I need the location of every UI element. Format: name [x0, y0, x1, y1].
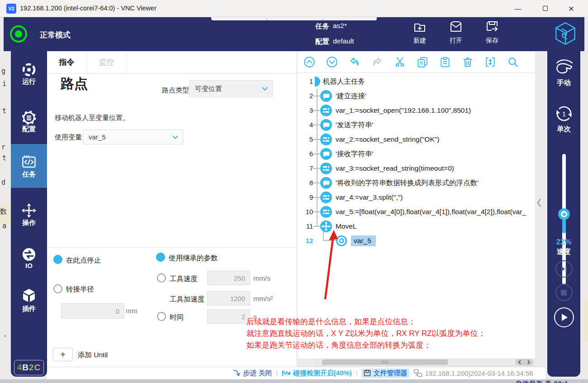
tool-speed-input[interactable]: 250 — [207, 271, 250, 285]
waypoint-type-dropdown[interactable]: 可变位置 — [189, 80, 273, 97]
redo-button[interactable] — [371, 56, 384, 68]
vnc-toolbar-strip[interactable] — [211, 17, 377, 20]
row-number: 11 — [298, 223, 313, 230]
config-value: default — [333, 37, 354, 45]
search-button[interactable] — [507, 56, 519, 68]
move-up-button[interactable] — [303, 56, 316, 68]
tree-row-label: '将收到的字符串数据转换成列表形式的浮点数' — [336, 178, 479, 188]
tree-row[interactable]: 1 机器人主任务 — [298, 74, 535, 89]
tree-row[interactable]: 2 '建立连接' — [298, 89, 535, 103]
add-until-label: 添加 Until — [78, 350, 108, 360]
new-task-button[interactable]: 新建 — [406, 20, 433, 48]
maximize-button[interactable] — [535, 0, 555, 17]
step-forward-icon — [560, 266, 568, 272]
tree-connector — [313, 124, 320, 125]
tree-row selected[interactable]: 12 var_5 — [298, 234, 535, 248]
time-input[interactable]: 2 — [207, 309, 250, 324]
sidebar-item-task-label[interactable]: 任务 — [11, 170, 47, 179]
step-mode-status[interactable]: 步进 关闭 — [233, 369, 272, 378]
task-label: 任务 — [315, 22, 329, 31]
tree-row[interactable]: 8 '将收到的字符串数据转换成列表形式的浮点数' — [298, 176, 535, 190]
tree-row[interactable]: 11 MoveL — [298, 219, 535, 234]
tool-speed-radio[interactable] — [157, 273, 166, 282]
use-variable-dropdown[interactable]: var_5 — [83, 129, 183, 144]
step-button[interactable] — [555, 260, 573, 278]
sidebar-item-io-label[interactable]: IO — [11, 262, 47, 269]
tree-connector — [313, 96, 320, 96]
tree-row[interactable]: 7 var_3:=socket_read_string(timeout=0) — [298, 161, 535, 176]
scroll-right-icon[interactable] — [527, 360, 531, 364]
tool-speed-unit: mm/s — [253, 274, 270, 282]
chevron-down-icon — [172, 133, 178, 141]
background-text-fragment: i — [2, 80, 6, 88]
tree-row[interactable]: 9 var_4:=var_3.split(",") — [298, 190, 535, 205]
undo-button[interactable] — [348, 56, 361, 68]
maximize-icon — [543, 6, 548, 11]
tree-connector — [313, 139, 320, 140]
speed-slider-thumb[interactable] — [558, 208, 570, 220]
manual-mode-label: 手动 — [557, 78, 571, 88]
add-until-button[interactable]: + — [53, 348, 73, 361]
new-file-icon — [413, 20, 427, 35]
sidebar-item-run-label[interactable]: 运行 — [11, 77, 47, 86]
tree-row[interactable]: 3 var_1:=socket_open("192.168.1.100",850… — [298, 103, 535, 118]
row-number: 9 — [298, 194, 313, 201]
move-down-button[interactable] — [326, 56, 338, 68]
tree-row[interactable]: 6 '接收字符串' — [298, 147, 535, 161]
stop-button[interactable] — [555, 284, 573, 301]
minimize-button[interactable]: — — [507, 0, 528, 17]
close-icon: × — [569, 4, 574, 13]
sidebar-item-config-label[interactable]: 配置 — [11, 125, 47, 134]
stop-here-radio[interactable] — [53, 255, 62, 264]
background-text-fragment: d — [1, 178, 5, 187]
cut-button[interactable] — [394, 56, 406, 68]
collision-icon — [282, 369, 291, 377]
mode-label: 正常模式 — [40, 30, 71, 40]
collapse-expand-button[interactable] — [484, 56, 497, 68]
blend-radius-radio[interactable] — [53, 284, 62, 293]
sidebar-item-operate-label[interactable]: 操作 — [11, 219, 47, 227]
tab-command[interactable]: 指令 — [47, 51, 87, 74]
tree-connector — [313, 226, 320, 227]
background-text-fragment: t — [2, 154, 6, 162]
inherit-params-radio[interactable] — [156, 253, 165, 262]
tab-monitor[interactable]: 监控 — [87, 51, 127, 74]
sidebar-item-plugin-label[interactable]: 插件 — [11, 305, 47, 313]
config-label: 配置 — [315, 37, 329, 47]
close-button[interactable]: × — [561, 0, 582, 17]
copy-button[interactable] — [416, 56, 429, 68]
blend-radius-input[interactable]: 0 — [61, 303, 124, 319]
play-button[interactable] — [554, 307, 574, 327]
delete-button[interactable] — [461, 56, 474, 68]
scrollbar-thumb[interactable] — [322, 359, 448, 365]
mode-status-icon — [10, 25, 27, 43]
save-task-button[interactable]: 保存 — [479, 20, 506, 48]
comment-icon — [320, 90, 332, 102]
connection-status[interactable]: 192.168.1.200|2024-03-14 16:34:56 — [413, 369, 533, 377]
waypoint-type-value: 可变位置 — [190, 85, 262, 93]
assignment-icon — [320, 134, 332, 145]
blend-radius-label: 转接半径 — [66, 285, 94, 294]
tree-row-label: '接收字符串' — [336, 149, 373, 159]
annotation-text: 后续就是看传输的是什么信息，如果是点位信息； 就注意跑直线运动的话，X Y Z以… — [247, 316, 486, 351]
time-radio[interactable] — [157, 312, 166, 321]
panel-collapse-handle[interactable] — [536, 198, 542, 209]
use-variable-value: var_5 — [83, 133, 172, 141]
tool-accel-label: 工具加速度 — [170, 295, 205, 304]
paste-button[interactable] — [439, 56, 451, 68]
scrollbar-buttons[interactable] — [515, 359, 533, 365]
single-run-button[interactable]: 1 — [554, 103, 574, 126]
collision-detect-status[interactable]: 碰撞检测开启(40%) — [282, 369, 352, 378]
manual-mode-button[interactable] — [554, 58, 574, 78]
stop-icon — [561, 290, 567, 296]
file-manager-button[interactable]: 文件管理器 — [361, 369, 409, 378]
tree-row[interactable]: 5 var_2:=socket_send_string("OK") — [298, 132, 535, 147]
tree-connector — [313, 168, 320, 169]
run-icon — [21, 62, 37, 79]
scroll-left-icon[interactable] — [518, 360, 522, 364]
assignment-icon — [320, 206, 332, 218]
tree-row[interactable]: 10 var_5:=[float(var_4[0]),float(var_4[1… — [298, 205, 535, 219]
open-task-button[interactable]: 打开 — [442, 20, 469, 48]
tree-row[interactable]: 4 '发送字符串' — [298, 118, 535, 132]
tool-accel-input[interactable]: 1200 — [207, 291, 250, 306]
